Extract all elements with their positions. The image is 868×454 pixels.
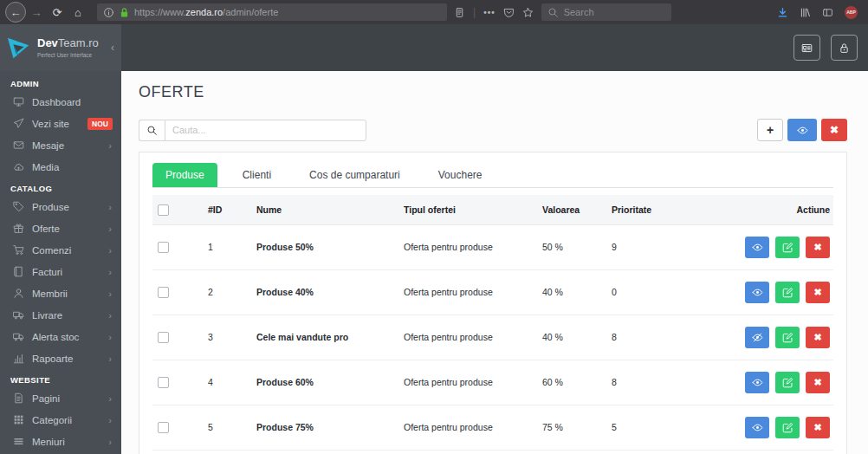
search-input[interactable]: [165, 120, 366, 141]
cell-id: 1: [203, 224, 251, 269]
delete-row-button[interactable]: ✖: [806, 372, 830, 393]
sidebar-item-facturi[interactable]: Facturi ›: [0, 261, 121, 282]
cell-nume: Produse 75%: [251, 405, 398, 450]
col-id: #ID: [203, 195, 251, 224]
row-checkbox[interactable]: [158, 377, 169, 388]
home-button[interactable]: ⌂: [68, 2, 88, 23]
envelope-icon: [12, 139, 24, 151]
sidebar-item-dashboard[interactable]: Dashboard: [0, 91, 121, 113]
offers-panel: Produse Clienti Cos de cumparaturi Vouch…: [139, 152, 847, 454]
cell-id: 5: [203, 405, 251, 450]
sidebar-item-media[interactable]: Media: [0, 156, 121, 178]
forward-button[interactable]: →: [26, 2, 47, 23]
view-row-button[interactable]: [745, 237, 769, 258]
delete-row-button[interactable]: ✖: [806, 417, 830, 438]
sidebar-item-produse[interactable]: Produse ›: [0, 196, 121, 217]
tab-produse[interactable]: Produse: [152, 163, 217, 187]
view-row-button[interactable]: [745, 372, 769, 393]
table-row: 5 Produse 75% Oferta pentru produse 75 %…: [152, 405, 833, 450]
sidebar: ADMIN Dashboard Vezi site NOU Mesaje › M…: [0, 71, 121, 454]
menu-icon: [12, 436, 24, 447]
view-row-button[interactable]: [745, 417, 769, 438]
sidebar-item-vezi-site[interactable]: Vezi site NOU: [0, 113, 121, 134]
row-checkbox[interactable]: [158, 242, 169, 253]
cell-id: 6: [203, 450, 251, 454]
cell-nume: Produse 50%: [251, 224, 398, 269]
cell-valoarea: 40 %: [537, 315, 606, 360]
delete-row-button[interactable]: ✖: [806, 282, 830, 303]
delete-row-button[interactable]: ✖: [806, 237, 830, 258]
sidebar-item-categorii[interactable]: Categorii ›: [0, 409, 121, 431]
bookmark-star-icon[interactable]: [522, 7, 534, 18]
downloads-icon[interactable]: [777, 7, 788, 18]
tab-vouchere[interactable]: Vouchere: [425, 163, 496, 187]
sidebar-item-livrare[interactable]: Livrare ›: [0, 304, 121, 326]
url-text: https://www.zenda.ro/admin/oferte: [134, 7, 278, 17]
sidebar-item-oferte[interactable]: Oferte ›: [0, 217, 121, 239]
reader-view-icon[interactable]: [454, 7, 465, 18]
row-checkbox[interactable]: [158, 287, 169, 298]
refresh-button[interactable]: ⟳: [47, 2, 68, 23]
sidebar-item-meniuri[interactable]: Meniuri ›: [0, 431, 121, 452]
edit-row-button[interactable]: [775, 237, 800, 258]
tracking-protection-icon[interactable]: [103, 7, 114, 18]
sidebar-item-rapoarte[interactable]: Rapoarte ›: [0, 347, 121, 369]
main-content: OFERTE + ✖ Produse Clienti Cos de cumpar…: [121, 71, 868, 454]
sidebar-item-label: Media: [32, 162, 114, 172]
cell-valoarea: 50 %: [537, 224, 606, 269]
edit-row-button[interactable]: [775, 417, 800, 438]
cell-tip: Oferta pentru produse: [398, 315, 537, 360]
offers-table: #ID Nume Tipul ofertei Valoarea Priorita…: [152, 195, 833, 454]
sidebar-item-label: Oferte: [32, 224, 100, 234]
sidebar-item-label: Vezi site: [32, 119, 80, 129]
cell-tip: Oferta pentru produse: [398, 450, 537, 454]
truck-icon: [12, 309, 24, 321]
view-row-button[interactable]: [745, 282, 769, 303]
eye-icon: [752, 377, 763, 388]
url-bar[interactable]: https://www.zenda.ro/admin/oferte: [97, 3, 447, 21]
sidebar-collapse-icon[interactable]: ‹: [111, 42, 114, 54]
grid-icon: [12, 414, 24, 425]
sidebar-item-alerta-stoc[interactable]: Alerta stoc ›: [0, 326, 121, 347]
cell-valoarea: 60 %: [537, 360, 606, 405]
cell-valoarea: 40 %: [537, 269, 606, 315]
lock-button[interactable]: [831, 35, 858, 61]
sidebar-item-comenzi[interactable]: Comenzi ›: [0, 239, 121, 261]
book-icon: [12, 266, 24, 277]
edit-row-button[interactable]: [775, 327, 800, 348]
row-checkbox[interactable]: [158, 422, 169, 433]
contact-card-button[interactable]: [794, 35, 820, 61]
chevron-right-icon: ›: [108, 224, 114, 234]
delete-button[interactable]: ✖: [821, 119, 847, 141]
chevron-right-icon: ›: [108, 415, 114, 425]
edit-row-button[interactable]: [775, 282, 800, 303]
page-actions-icon[interactable]: •••: [483, 8, 496, 17]
sidebar-item-label: Categorii: [32, 415, 100, 425]
sidebar-item-label: Meniuri: [32, 437, 100, 447]
sidebar-toggle-icon[interactable]: [822, 7, 833, 18]
row-checkbox[interactable]: [158, 332, 169, 343]
add-button[interactable]: +: [757, 119, 783, 141]
sidebar-item-pagini[interactable]: Pagini ›: [0, 387, 121, 409]
browser-search-field[interactable]: Search: [541, 3, 671, 21]
adblock-icon[interactable]: ABP: [845, 6, 858, 19]
sidebar-item-label: Livrare: [32, 310, 100, 321]
view-button[interactable]: [787, 119, 817, 141]
view-row-button[interactable]: [745, 327, 769, 348]
tab-clienti[interactable]: Clienti: [230, 163, 284, 187]
edit-icon: [782, 422, 794, 433]
sidebar-item-membrii[interactable]: Membrii ›: [0, 282, 121, 304]
tab-cos-de-cumparaturi[interactable]: Cos de cumparaturi: [296, 163, 413, 187]
https-lock-icon[interactable]: [119, 7, 130, 18]
sidebar-item-mesaje[interactable]: Mesaje ›: [0, 134, 121, 156]
chevron-right-icon: ›: [108, 437, 114, 447]
edit-row-button[interactable]: [775, 372, 800, 393]
cell-valoarea: 75 %: [537, 405, 606, 450]
delete-row-button[interactable]: ✖: [806, 327, 830, 348]
library-icon[interactable]: [800, 7, 811, 18]
pocket-icon[interactable]: [503, 7, 515, 18]
cell-prioritate: 5: [606, 405, 728, 450]
eye-icon: [797, 125, 808, 136]
back-button[interactable]: ←: [5, 2, 26, 23]
select-all-checkbox[interactable]: [158, 204, 169, 216]
